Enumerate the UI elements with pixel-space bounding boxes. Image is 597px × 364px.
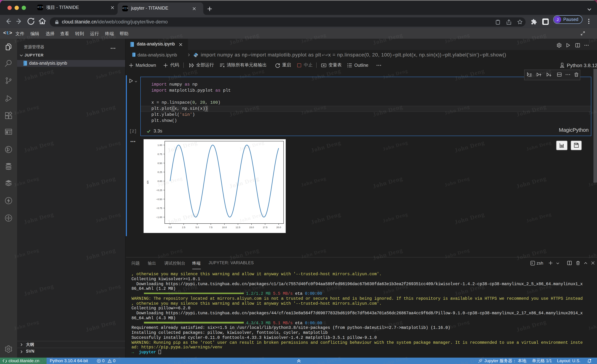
svg-text:0.00: 0.00: [157, 180, 162, 183]
svg-text:−0.25: −0.25: [156, 189, 162, 192]
svg-text:−0.50: −0.50: [156, 198, 162, 201]
svg-text:7.5: 7.5: [209, 226, 212, 229]
svg-text:−1.00: −1.00: [156, 216, 162, 219]
svg-text:10.0: 10.0: [222, 226, 227, 229]
svg-text:0.75: 0.75: [157, 153, 162, 155]
svg-text:−0.75: −0.75: [156, 207, 162, 209]
svg-text:2.5: 2.5: [182, 226, 185, 229]
svg-text:15.0: 15.0: [249, 226, 254, 229]
svg-text:20.0: 20.0: [276, 226, 281, 229]
svg-text:sin: sin: [146, 180, 149, 184]
svg-text:0.25: 0.25: [157, 171, 162, 173]
svg-text:0.50: 0.50: [157, 162, 162, 165]
svg-text:12.5: 12.5: [236, 226, 240, 229]
svg-text:5.0: 5.0: [196, 226, 199, 229]
svg-text:17.5: 17.5: [263, 226, 267, 229]
svg-text:1.00: 1.00: [157, 144, 162, 147]
svg-text:0.0: 0.0: [168, 226, 172, 229]
